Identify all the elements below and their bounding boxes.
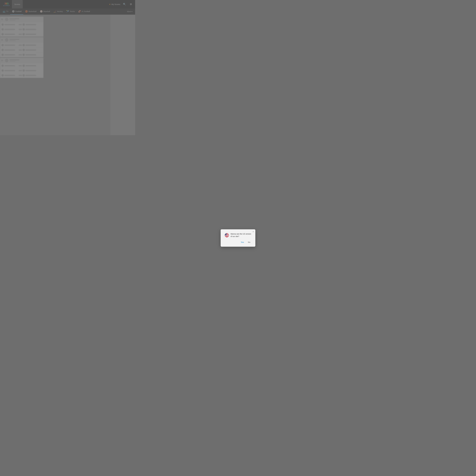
modal-overlay[interactable]: × ★★★★★★ ★★★★★ ★★★★★★ ★★★★★ ★★★★★★ Wanna… — [0, 0, 135, 135]
